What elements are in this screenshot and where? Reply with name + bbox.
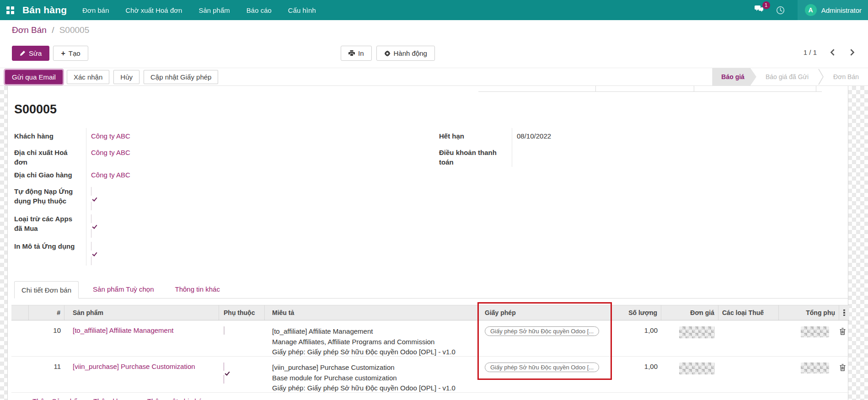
field-groups: Khách hàng Công ty ABC Địa chỉ xuất Hoá …: [8, 128, 848, 266]
status-pipeline: Báo giá Báo giá đã Gửi Đơn Bán: [712, 68, 868, 85]
field-label: Loại trừ các Apps đã Mua: [8, 211, 86, 238]
col-mieu-ta[interactable]: Miêu tả: [265, 305, 478, 320]
license-tag[interactable]: Giấy phép Sở hữu Độc quyền Odoo [...: [485, 326, 599, 336]
table-footer-links: Thêm Sản phẩm Thêm khu vực Thêm một ghi …: [11, 393, 849, 400]
menu-cho-xuat-hoa-don[interactable]: Chờ xuất Hoá đơn: [126, 6, 182, 14]
control-panel: Đơn Bán / S00005 Sửa + Tạo In: [0, 20, 868, 68]
stage-bao-gia[interactable]: Báo giá: [712, 68, 756, 85]
col-phu-thuoc[interactable]: Phụ thuộc: [219, 305, 265, 320]
chevron-right-icon[interactable]: [848, 48, 856, 57]
confirm-button[interactable]: Xác nhận: [67, 70, 109, 84]
col-giay-phep[interactable]: Giấy phép: [478, 305, 612, 320]
field-label: Hết hạn: [433, 128, 512, 144]
trash-icon[interactable]: [839, 328, 849, 335]
product-link[interactable]: [viin_purchase] Purchase Customization: [73, 363, 195, 370]
delivery-address-link[interactable]: Công ty ABC: [91, 171, 130, 179]
unit-price-cell: [661, 326, 718, 356]
notification-badge: 1: [762, 1, 770, 9]
tab-thong-tin-khac[interactable]: Thông tin khác: [168, 281, 226, 298]
app-brand[interactable]: Bán hàng: [22, 5, 67, 16]
col-cac-loai-thue[interactable]: Các loại Thuế: [718, 305, 779, 320]
breadcrumb: Đơn Bán / S00005: [12, 25, 89, 35]
subtotal-cell: [779, 326, 839, 356]
auto-install-checkbox[interactable]: [91, 187, 96, 210]
print-button[interactable]: In: [341, 46, 372, 61]
tab-san-pham-tuy-chon[interactable]: Sản phẩm Tuỳ chọn: [86, 281, 161, 298]
col-don-gia[interactable]: Đơn giá: [661, 305, 718, 320]
dependency-checkbox[interactable]: [224, 363, 261, 384]
table-header-row: # Sản phẩm Phụ thuộc Miêu tả Giấy phép S…: [11, 305, 849, 320]
add-section-link[interactable]: Thêm khu vực: [93, 397, 137, 400]
censored-subtotal: [801, 326, 829, 337]
add-note-link[interactable]: Thêm một ghi chú: [147, 397, 202, 400]
field-label: Khách hàng: [8, 128, 86, 144]
statusbar-buttons: Gửi qua Email Xác nhận Hủy Cập nhật Giấy…: [4, 70, 218, 84]
statusbar: Gửi qua Email Xác nhận Hủy Cập nhật Giấy…: [0, 68, 868, 86]
pager-count: 1 / 1: [804, 48, 817, 56]
menu-cau-hinh[interactable]: Cấu hình: [288, 6, 316, 14]
customer-link[interactable]: Công ty ABC: [91, 132, 130, 140]
censored-subtotal: [801, 363, 829, 373]
pencil-icon: [20, 50, 26, 56]
license-tag[interactable]: Giấy phép Sở hữu Độc quyền Odoo [...: [485, 363, 599, 372]
quantity-cell: 1,00: [612, 363, 661, 392]
payment-terms-value[interactable]: [512, 144, 517, 167]
navbar-right: 1 A Administrator: [755, 0, 868, 20]
product-link[interactable]: [to_affiliate] Affiliate Management: [73, 326, 173, 334]
print-action-buttons: In Hành động: [341, 46, 435, 61]
expiration-date[interactable]: 08/10/2022: [512, 128, 551, 144]
col-san-pham[interactable]: Sản phẩm: [64, 305, 219, 320]
notebook-tabs: Chi tiết Đơn bán Sản phẩm Tuỳ chọn Thông…: [14, 281, 848, 299]
cancel-button[interactable]: Hủy: [113, 70, 139, 84]
censored-unit-price: [679, 363, 715, 374]
create-button[interactable]: + Tạo: [53, 46, 88, 61]
messages-icon[interactable]: 1: [755, 5, 764, 15]
field-dia-chi-xuat-hoa-don: Địa chỉ xuất Hoá đơn Công ty ABC: [8, 144, 323, 167]
dependency-checkbox[interactable]: [224, 326, 225, 335]
action-button[interactable]: Hành động: [376, 46, 435, 61]
activity-clock-icon[interactable]: [776, 6, 785, 15]
odoo-sales-order-screen: Bán hàng Đơn bán Chờ xuất Hoá đơn Sản ph…: [0, 0, 868, 400]
field-label: Địa chỉ Giao hàng: [8, 167, 86, 183]
menu-san-pham[interactable]: Sản phẩm: [198, 6, 230, 14]
print-description-checkbox[interactable]: [91, 242, 96, 265]
column-options-icon[interactable]: [839, 305, 849, 320]
trash-icon[interactable]: [839, 364, 849, 371]
field-tu-dong-nap: Tự động Nạp Ứng dụng Phụ thuộc: [8, 183, 323, 211]
add-product-link[interactable]: Thêm Sản phẩm: [32, 397, 83, 400]
invoice-address-link[interactable]: Công ty ABC: [91, 149, 130, 156]
main-menu: Đơn bán Chờ xuất Hoá đơn Sản phẩm Báo cá…: [82, 6, 316, 14]
breadcrumb-separator: /: [52, 25, 54, 35]
col-tong-phu[interactable]: Tổng phụ: [779, 305, 839, 320]
exclude-purchased-checkbox[interactable]: [91, 214, 96, 238]
edit-button[interactable]: Sửa: [12, 46, 49, 61]
stage-chevron-icon: [818, 68, 824, 85]
table-row: 11 [viin_purchase] Purchase Customizatio…: [11, 357, 849, 393]
field-het-han: Hết hạn 08/10/2022: [433, 128, 698, 144]
breadcrumb-don-ban[interactable]: Đơn Bán: [12, 25, 47, 35]
avatar: A: [805, 4, 817, 16]
chevron-left-icon[interactable]: [829, 48, 836, 57]
pager: 1 / 1: [804, 48, 856, 57]
field-in-mo-ta: In Mô tả Ứng dụng: [8, 238, 323, 266]
printer-icon: [348, 50, 355, 56]
handle-column-header: [11, 305, 29, 320]
clipped-table-row: [478, 86, 822, 92]
row-handle[interactable]: [11, 326, 29, 356]
field-dia-chi-giao-hang: Địa chỉ Giao hàng Công ty ABC: [8, 167, 323, 183]
user-menu[interactable]: A Administrator: [798, 0, 868, 20]
tab-chi-tiet-don-ban[interactable]: Chi tiết Đơn bán: [14, 281, 79, 299]
taxes-cell: [718, 363, 779, 392]
update-license-button[interactable]: Cập nhật Giấy phép: [144, 70, 218, 84]
menu-don-ban[interactable]: Đơn bán: [82, 6, 109, 14]
stage-bao-gia-da-gui[interactable]: Báo giá đã Gửi: [756, 68, 818, 85]
menu-bao-cao[interactable]: Báo cáo: [246, 6, 272, 14]
col-num[interactable]: #: [29, 305, 64, 320]
taxes-cell: [718, 326, 779, 356]
send-email-button[interactable]: Gửi qua Email: [5, 70, 63, 84]
stage-don-ban[interactable]: Đơn Bán: [824, 68, 868, 85]
row-handle[interactable]: [11, 363, 29, 392]
apps-menu-icon[interactable]: [6, 6, 14, 14]
col-so-luong[interactable]: Số lượng: [612, 305, 661, 320]
field-khach-hang: Khách hàng Công ty ABC: [8, 128, 323, 144]
